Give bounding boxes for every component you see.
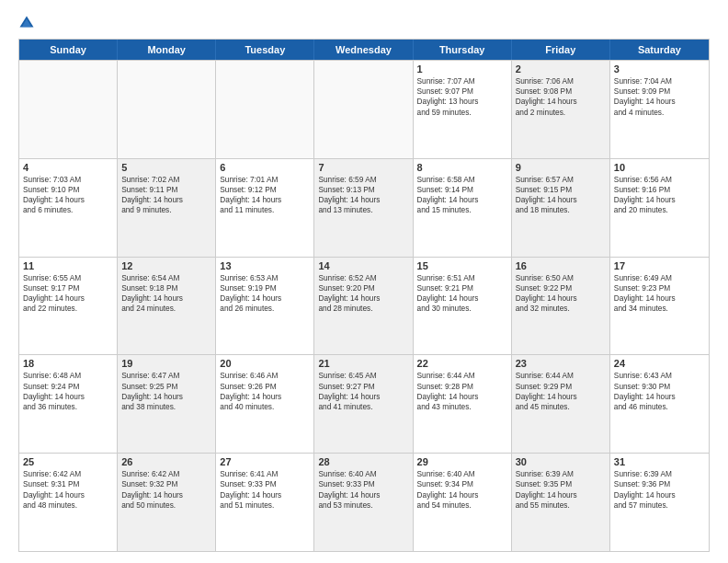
cell-line: Sunset: 9:23 PM xyxy=(614,283,705,293)
calendar: SundayMondayTuesdayWednesdayThursdayFrid… xyxy=(18,39,710,552)
cell-line: and 32 minutes. xyxy=(516,304,606,314)
day-number: 23 xyxy=(516,358,606,369)
cell-line: and 50 minutes. xyxy=(121,500,211,511)
cal-cell: 7Sunrise: 6:59 AMSunset: 9:13 PMDaylight… xyxy=(314,159,413,257)
cell-line: Sunset: 9:29 PM xyxy=(516,382,606,392)
cell-line: and 20 minutes. xyxy=(614,205,705,215)
cal-cell: 11Sunrise: 6:55 AMSunset: 9:17 PMDayligh… xyxy=(19,258,118,355)
cell-line: Sunset: 9:22 PM xyxy=(516,283,606,293)
cal-cell: 2Sunrise: 7:06 AMSunset: 9:08 PMDaylight… xyxy=(512,61,610,158)
cell-line: Sunrise: 6:51 AM xyxy=(417,273,507,283)
cal-cell: 10Sunrise: 6:56 AMSunset: 9:16 PMDayligh… xyxy=(610,159,709,257)
cell-line: Sunrise: 6:39 AM xyxy=(516,469,606,479)
cell-line: Daylight: 14 hours xyxy=(516,490,606,500)
day-number: 31 xyxy=(614,456,705,467)
cal-cell: 5Sunrise: 7:02 AMSunset: 9:11 PMDaylight… xyxy=(118,159,216,257)
cell-line: Daylight: 14 hours xyxy=(121,490,211,500)
cell-line: Daylight: 14 hours xyxy=(318,293,408,304)
cell-line: Sunset: 9:27 PM xyxy=(318,382,408,392)
cell-line: Sunrise: 6:43 AM xyxy=(614,371,705,381)
cell-line: and 26 minutes. xyxy=(220,304,310,314)
cal-cell: 14Sunrise: 6:52 AMSunset: 9:20 PMDayligh… xyxy=(314,258,413,355)
cell-line: Sunrise: 6:41 AM xyxy=(220,469,310,479)
cell-line: and 45 minutes. xyxy=(516,402,606,412)
calendar-row-3: 11Sunrise: 6:55 AMSunset: 9:17 PMDayligh… xyxy=(19,257,709,355)
cell-line: Sunrise: 6:49 AM xyxy=(614,273,705,283)
cell-line: Sunset: 9:08 PM xyxy=(516,86,606,97)
calendar-row-5: 25Sunrise: 6:42 AMSunset: 9:31 PMDayligh… xyxy=(19,453,709,551)
cell-line: Sunrise: 6:54 AM xyxy=(121,273,211,283)
cell-line: Daylight: 14 hours xyxy=(220,195,310,205)
cell-line: Sunset: 9:33 PM xyxy=(318,479,408,489)
day-number: 25 xyxy=(23,456,113,467)
cell-line: Sunrise: 6:42 AM xyxy=(23,469,113,479)
day-number: 28 xyxy=(318,456,408,467)
cell-line: Sunset: 9:32 PM xyxy=(121,479,211,489)
day-number: 27 xyxy=(220,456,310,467)
header-cell-monday: Monday xyxy=(118,40,216,60)
cell-line: Sunrise: 6:47 AM xyxy=(121,371,211,381)
cell-line: Sunset: 9:33 PM xyxy=(220,479,310,489)
cal-cell: 13Sunrise: 6:53 AMSunset: 9:19 PMDayligh… xyxy=(216,258,314,355)
cell-line: and 15 minutes. xyxy=(417,205,507,215)
cell-line: and 59 minutes. xyxy=(417,108,507,118)
day-number: 16 xyxy=(516,260,606,271)
cal-cell: 12Sunrise: 6:54 AMSunset: 9:18 PMDayligh… xyxy=(118,258,216,355)
cell-line: and 6 minutes. xyxy=(23,205,113,215)
cell-line: Sunrise: 6:39 AM xyxy=(614,469,705,479)
cell-line: and 53 minutes. xyxy=(318,500,408,511)
cal-cell: 19Sunrise: 6:47 AMSunset: 9:25 PMDayligh… xyxy=(118,355,216,453)
cal-cell: 16Sunrise: 6:50 AMSunset: 9:22 PMDayligh… xyxy=(512,258,610,355)
cal-cell: 6Sunrise: 7:01 AMSunset: 9:12 PMDaylight… xyxy=(216,159,314,257)
day-number: 26 xyxy=(121,456,211,467)
cell-line: Daylight: 14 hours xyxy=(614,195,705,205)
header-cell-wednesday: Wednesday xyxy=(314,40,413,60)
cell-line: and 24 minutes. xyxy=(121,304,211,314)
cell-line: Sunset: 9:19 PM xyxy=(220,283,310,293)
cell-line: Daylight: 14 hours xyxy=(220,293,310,304)
cell-line: Sunset: 9:20 PM xyxy=(318,283,408,293)
cell-line: Sunrise: 6:45 AM xyxy=(318,371,408,381)
cal-cell: 24Sunrise: 6:43 AMSunset: 9:30 PMDayligh… xyxy=(610,355,709,453)
cell-line: Sunrise: 6:56 AM xyxy=(614,175,705,185)
cell-line: Daylight: 14 hours xyxy=(417,490,507,500)
cell-line: Sunrise: 6:59 AM xyxy=(318,175,408,185)
cell-line: Sunrise: 6:44 AM xyxy=(516,371,606,381)
day-number: 8 xyxy=(417,162,507,173)
logo-icon xyxy=(18,15,35,31)
cal-cell: 4Sunrise: 7:03 AMSunset: 9:10 PMDaylight… xyxy=(19,159,118,257)
cell-line: Sunrise: 7:03 AM xyxy=(23,175,113,185)
calendar-row-4: 18Sunrise: 6:48 AMSunset: 9:24 PMDayligh… xyxy=(19,354,709,453)
cell-line: Sunset: 9:35 PM xyxy=(516,479,606,489)
cell-line: and 34 minutes. xyxy=(614,304,705,314)
day-number: 4 xyxy=(23,162,113,173)
calendar-body: 1Sunrise: 7:07 AMSunset: 9:07 PMDaylight… xyxy=(19,60,709,551)
cell-line: and 13 minutes. xyxy=(318,205,408,215)
cell-line: and 28 minutes. xyxy=(318,304,408,314)
cell-line: Daylight: 14 hours xyxy=(614,293,705,304)
cal-cell: 18Sunrise: 6:48 AMSunset: 9:24 PMDayligh… xyxy=(19,355,118,453)
calendar-row-2: 4Sunrise: 7:03 AMSunset: 9:10 PMDaylight… xyxy=(19,158,709,257)
cell-line: Daylight: 14 hours xyxy=(121,293,211,304)
cell-line: Daylight: 14 hours xyxy=(417,293,507,304)
page: SundayMondayTuesdayWednesdayThursdayFrid… xyxy=(0,0,728,563)
cal-cell: 26Sunrise: 6:42 AMSunset: 9:32 PMDayligh… xyxy=(118,454,216,551)
cell-line: Sunset: 9:11 PM xyxy=(121,185,211,195)
cal-cell: 15Sunrise: 6:51 AMSunset: 9:21 PMDayligh… xyxy=(414,258,512,355)
header-cell-sunday: Sunday xyxy=(19,40,118,60)
cell-line: Sunset: 9:28 PM xyxy=(417,382,507,392)
cell-line: and 36 minutes. xyxy=(23,402,113,412)
day-number: 19 xyxy=(121,358,211,369)
cal-cell: 30Sunrise: 6:39 AMSunset: 9:35 PMDayligh… xyxy=(512,454,610,551)
day-number: 30 xyxy=(516,456,606,467)
cell-line: Sunset: 9:16 PM xyxy=(614,185,705,195)
cal-cell xyxy=(118,61,216,158)
day-number: 3 xyxy=(614,63,705,75)
cal-cell: 28Sunrise: 6:40 AMSunset: 9:33 PMDayligh… xyxy=(314,454,413,551)
cal-cell: 25Sunrise: 6:42 AMSunset: 9:31 PMDayligh… xyxy=(19,454,118,551)
cal-cell xyxy=(19,61,118,158)
cal-cell xyxy=(314,61,413,158)
cell-line: Daylight: 14 hours xyxy=(220,490,310,500)
logo xyxy=(18,15,39,31)
cell-line: Sunrise: 6:50 AM xyxy=(516,273,606,283)
